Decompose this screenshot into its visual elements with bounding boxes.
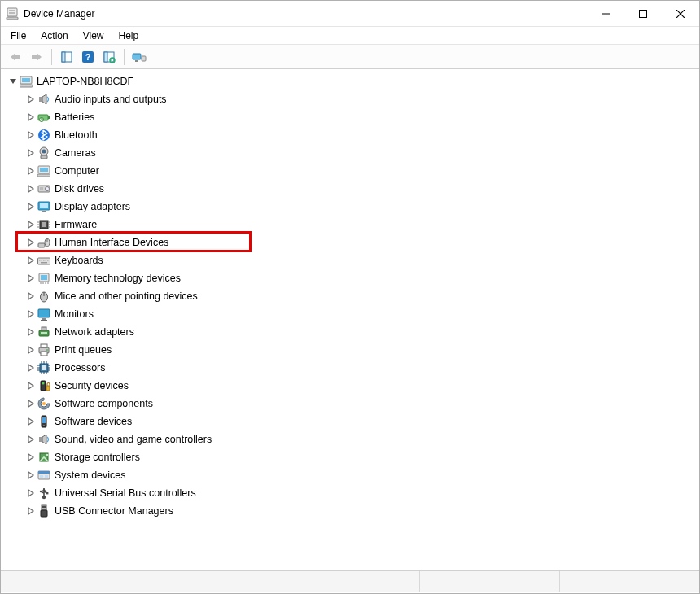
monitor-icon xyxy=(37,307,51,321)
minimize-button[interactable] xyxy=(587,1,624,26)
expand-arrow-icon[interactable] xyxy=(25,237,37,248)
expand-arrow-icon[interactable] xyxy=(25,344,37,356)
svg-text:?: ? xyxy=(85,52,91,62)
tree-category-label: Memory technology devices xyxy=(55,273,181,284)
forward-button xyxy=(27,47,46,67)
tree-category[interactable]: Firmware xyxy=(6,216,699,234)
tree-category-label: Audio inputs and outputs xyxy=(55,94,167,105)
tree-root[interactable]: LAPTOP-NB8H8CDF xyxy=(6,72,699,90)
system-icon xyxy=(37,468,51,483)
status-cell xyxy=(420,571,560,592)
expand-arrow-icon[interactable] xyxy=(25,219,37,230)
tree-category[interactable]: Display adapters xyxy=(6,198,699,216)
menu-file[interactable]: File xyxy=(4,28,33,43)
expand-arrow-icon[interactable] xyxy=(25,434,37,445)
expand-arrow-icon[interactable] xyxy=(7,76,19,87)
expand-arrow-icon[interactable] xyxy=(25,380,37,391)
close-button[interactable] xyxy=(662,1,699,26)
tree-category[interactable]: Mice and other pointing devices xyxy=(6,287,699,305)
svg-point-107 xyxy=(40,491,42,492)
tree-category[interactable]: Sound, video and game controllers xyxy=(6,430,699,448)
svg-rect-102 xyxy=(38,471,50,474)
svg-rect-55 xyxy=(46,260,47,261)
svg-point-35 xyxy=(46,187,50,191)
memory-icon xyxy=(37,271,51,286)
scan-hardware-button[interactable] xyxy=(99,47,119,67)
tree-category[interactable]: Storage controllers xyxy=(6,448,699,466)
device-tree[interactable]: LAPTOP-NB8H8CDF Audio inputs and outputs… xyxy=(1,69,699,570)
tree-category[interactable]: System devices xyxy=(6,466,699,484)
expand-arrow-icon[interactable] xyxy=(25,94,37,105)
tree-category[interactable]: USB Connector Managers xyxy=(6,502,699,520)
expand-arrow-icon[interactable] xyxy=(25,487,37,499)
tree-category-label: Processors xyxy=(55,362,106,373)
expand-arrow-icon[interactable] xyxy=(25,362,37,373)
expand-arrow-icon[interactable] xyxy=(25,470,37,481)
show-hide-console-tree-button[interactable] xyxy=(57,47,77,67)
svg-rect-41 xyxy=(42,222,46,227)
tree-category[interactable]: Software devices xyxy=(6,413,699,430)
help-button[interactable]: ? xyxy=(78,47,98,67)
tree-category[interactable]: Monitors xyxy=(6,305,699,323)
tree-category[interactable]: Keyboards xyxy=(6,251,699,269)
svg-rect-52 xyxy=(39,260,41,261)
expand-arrow-icon[interactable] xyxy=(25,255,37,266)
svg-rect-67 xyxy=(38,309,50,317)
menu-help[interactable]: Help xyxy=(112,28,146,43)
svg-rect-74 xyxy=(41,344,47,347)
tree-category[interactable]: Computer xyxy=(6,162,699,180)
expand-arrow-icon[interactable] xyxy=(25,147,37,159)
tree-category[interactable]: Security devices xyxy=(6,377,699,395)
tree-category[interactable]: Disk drives xyxy=(6,180,699,198)
tree-category-label: Print queues xyxy=(55,344,112,356)
expand-arrow-icon[interactable] xyxy=(25,183,37,194)
tree-category[interactable]: Network adapters xyxy=(6,323,699,341)
camera-icon xyxy=(37,146,51,160)
tree-category[interactable]: Batteries xyxy=(6,108,699,126)
sound-icon xyxy=(37,432,51,447)
expand-arrow-icon[interactable] xyxy=(25,326,37,338)
svg-rect-111 xyxy=(41,510,47,517)
expand-arrow-icon[interactable] xyxy=(25,452,37,463)
expand-arrow-icon[interactable] xyxy=(25,201,37,212)
tree-category[interactable]: Cameras xyxy=(6,144,699,162)
tree-category-label: Batteries xyxy=(55,111,94,123)
menu-action[interactable]: Action xyxy=(34,28,74,43)
devices-printers-button[interactable] xyxy=(129,47,149,67)
expand-arrow-icon[interactable] xyxy=(25,129,37,141)
tree-category[interactable]: Bluetooth xyxy=(6,126,699,144)
menu-view[interactable]: View xyxy=(77,28,111,43)
back-button xyxy=(6,47,25,67)
expand-arrow-icon[interactable] xyxy=(25,505,37,517)
svg-rect-104 xyxy=(45,475,48,478)
maximize-button[interactable] xyxy=(624,1,662,26)
tree-category-label: System devices xyxy=(55,470,126,481)
svg-rect-78 xyxy=(42,365,46,370)
tree-category-label: Universal Serial Bus controllers xyxy=(55,487,196,499)
tree-category-label: Network adapters xyxy=(55,326,134,338)
svg-point-94 xyxy=(42,402,46,405)
tree-category[interactable]: Universal Serial Bus controllers xyxy=(6,484,699,502)
cpu-icon xyxy=(37,360,51,375)
svg-rect-30 xyxy=(41,155,47,159)
expand-arrow-icon[interactable] xyxy=(25,273,37,284)
svg-rect-9 xyxy=(32,55,37,59)
security-icon xyxy=(37,378,51,393)
tree-category[interactable]: Software components xyxy=(6,395,699,413)
expand-arrow-icon[interactable] xyxy=(25,165,37,177)
svg-rect-72 xyxy=(42,327,46,330)
expand-arrow-icon[interactable] xyxy=(25,416,37,427)
svg-rect-39 xyxy=(42,211,46,212)
tree-category[interactable]: Processors xyxy=(6,359,699,377)
speaker-icon xyxy=(37,92,51,107)
tree-category[interactable]: Human Interface Devices xyxy=(6,234,699,251)
network-icon xyxy=(37,325,51,339)
tree-category[interactable]: Memory technology devices xyxy=(6,269,699,287)
expand-arrow-icon[interactable] xyxy=(25,111,37,123)
expand-arrow-icon[interactable] xyxy=(25,290,37,302)
expand-arrow-icon[interactable] xyxy=(25,398,37,409)
expand-arrow-icon[interactable] xyxy=(25,308,37,320)
tree-category[interactable]: Audio inputs and outputs xyxy=(6,90,699,108)
storage-icon xyxy=(37,450,51,465)
tree-category[interactable]: Print queues xyxy=(6,341,699,359)
